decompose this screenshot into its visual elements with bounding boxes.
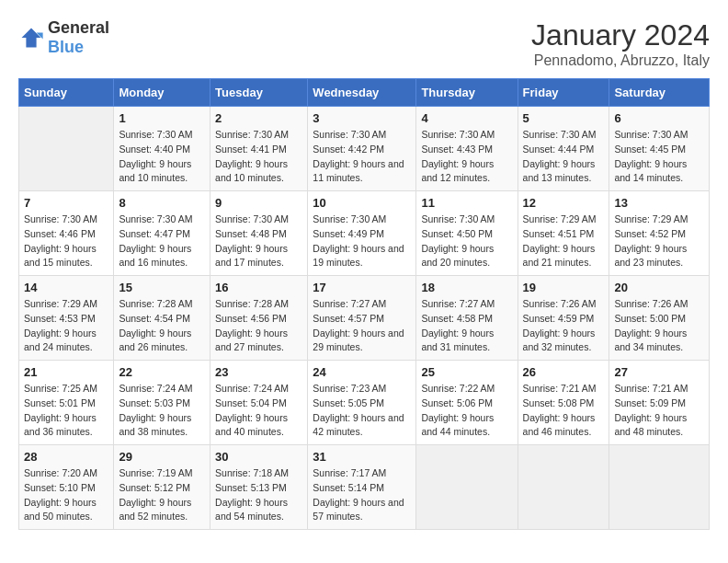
day-info: Sunrise: 7:29 AMSunset: 4:52 PMDaylight:… bbox=[614, 213, 704, 270]
day-info: Sunrise: 7:24 AMSunset: 5:03 PMDaylight:… bbox=[119, 382, 205, 440]
day-number: 2 bbox=[215, 111, 302, 125]
day-number: 3 bbox=[313, 111, 411, 125]
day-number: 24 bbox=[313, 365, 411, 379]
day-info: Sunrise: 7:28 AMSunset: 4:54 PMDaylight:… bbox=[119, 297, 205, 355]
calendar-cell: 26Sunrise: 7:21 AMSunset: 5:08 PMDayligh… bbox=[518, 361, 609, 445]
day-number: 29 bbox=[119, 450, 205, 464]
calendar-cell: 1Sunrise: 7:30 AMSunset: 4:40 PMDaylight… bbox=[114, 107, 210, 191]
day-info: Sunrise: 7:29 AMSunset: 4:51 PMDaylight:… bbox=[523, 213, 605, 270]
day-info: Sunrise: 7:30 AMSunset: 4:40 PMDaylight:… bbox=[119, 128, 205, 186]
calendar-cell: 11Sunrise: 7:30 AMSunset: 4:50 PMDayligh… bbox=[416, 191, 518, 276]
calendar-cell: 8Sunrise: 7:30 AMSunset: 4:47 PMDaylight… bbox=[114, 191, 210, 276]
page-header: General Blue January 2024 Pennadomo, Abr… bbox=[18, 18, 710, 69]
calendar-title: January 2024 bbox=[531, 18, 710, 52]
day-number: 21 bbox=[24, 365, 108, 379]
calendar-cell: 7Sunrise: 7:30 AMSunset: 4:46 PMDaylight… bbox=[19, 191, 114, 276]
calendar-cell: 25Sunrise: 7:22 AMSunset: 5:06 PMDayligh… bbox=[416, 361, 518, 445]
day-info: Sunrise: 7:30 AMSunset: 4:44 PMDaylight:… bbox=[523, 128, 605, 186]
calendar-cell bbox=[518, 445, 609, 530]
day-number: 14 bbox=[24, 281, 108, 294]
calendar-cell: 19Sunrise: 7:26 AMSunset: 4:59 PMDayligh… bbox=[518, 276, 609, 361]
day-info: Sunrise: 7:26 AMSunset: 4:59 PMDaylight:… bbox=[523, 297, 605, 355]
day-number: 10 bbox=[313, 196, 411, 210]
calendar-week-row: 28Sunrise: 7:20 AMSunset: 5:10 PMDayligh… bbox=[19, 445, 710, 530]
day-number: 4 bbox=[421, 111, 512, 125]
day-info: Sunrise: 7:20 AMSunset: 5:10 PMDaylight:… bbox=[24, 466, 108, 524]
day-info: Sunrise: 7:28 AMSunset: 4:56 PMDaylight:… bbox=[215, 297, 302, 355]
day-number: 23 bbox=[215, 365, 302, 379]
calendar-week-row: 21Sunrise: 7:25 AMSunset: 5:01 PMDayligh… bbox=[19, 361, 710, 445]
day-number: 13 bbox=[614, 196, 704, 210]
weekday-header: Sunday bbox=[19, 79, 114, 107]
day-number: 9 bbox=[215, 196, 302, 210]
title-block: January 2024 Pennadomo, Abruzzo, Italy bbox=[531, 18, 710, 69]
weekday-header: Friday bbox=[518, 79, 609, 107]
calendar-cell: 20Sunrise: 7:26 AMSunset: 5:00 PMDayligh… bbox=[609, 276, 710, 361]
day-info: Sunrise: 7:30 AMSunset: 4:46 PMDaylight:… bbox=[24, 213, 108, 270]
calendar-cell: 30Sunrise: 7:18 AMSunset: 5:13 PMDayligh… bbox=[210, 445, 308, 530]
day-info: Sunrise: 7:22 AMSunset: 5:06 PMDaylight:… bbox=[421, 382, 512, 440]
day-number: 31 bbox=[313, 450, 411, 464]
day-info: Sunrise: 7:30 AMSunset: 4:50 PMDaylight:… bbox=[421, 213, 512, 270]
day-number: 26 bbox=[523, 365, 605, 379]
day-number: 12 bbox=[523, 196, 605, 210]
calendar-cell: 22Sunrise: 7:24 AMSunset: 5:03 PMDayligh… bbox=[114, 361, 210, 445]
calendar-cell: 17Sunrise: 7:27 AMSunset: 4:57 PMDayligh… bbox=[308, 276, 416, 361]
calendar-cell: 21Sunrise: 7:25 AMSunset: 5:01 PMDayligh… bbox=[19, 361, 114, 445]
day-info: Sunrise: 7:29 AMSunset: 4:53 PMDaylight:… bbox=[24, 297, 108, 355]
weekday-header-row: SundayMondayTuesdayWednesdayThursdayFrid… bbox=[19, 79, 710, 107]
day-number: 19 bbox=[523, 281, 605, 294]
day-info: Sunrise: 7:26 AMSunset: 5:00 PMDaylight:… bbox=[614, 297, 704, 355]
weekday-header: Wednesday bbox=[308, 79, 416, 107]
logo-blue: Blue bbox=[48, 38, 84, 56]
day-number: 8 bbox=[119, 196, 205, 210]
day-number: 27 bbox=[614, 365, 704, 379]
day-info: Sunrise: 7:24 AMSunset: 5:04 PMDaylight:… bbox=[215, 382, 302, 440]
weekday-header: Saturday bbox=[609, 79, 710, 107]
day-info: Sunrise: 7:30 AMSunset: 4:49 PMDaylight:… bbox=[313, 213, 411, 270]
day-info: Sunrise: 7:18 AMSunset: 5:13 PMDaylight:… bbox=[215, 466, 302, 524]
calendar-cell: 10Sunrise: 7:30 AMSunset: 4:49 PMDayligh… bbox=[308, 191, 416, 276]
day-info: Sunrise: 7:19 AMSunset: 5:12 PMDaylight:… bbox=[119, 466, 205, 524]
calendar-table: SundayMondayTuesdayWednesdayThursdayFrid… bbox=[18, 78, 710, 530]
weekday-header: Monday bbox=[114, 79, 210, 107]
day-info: Sunrise: 7:30 AMSunset: 4:41 PMDaylight:… bbox=[215, 128, 302, 186]
logo-text: General Blue bbox=[48, 18, 109, 57]
calendar-cell: 24Sunrise: 7:23 AMSunset: 5:05 PMDayligh… bbox=[308, 361, 416, 445]
day-info: Sunrise: 7:25 AMSunset: 5:01 PMDaylight:… bbox=[24, 382, 108, 440]
day-info: Sunrise: 7:27 AMSunset: 4:58 PMDaylight:… bbox=[421, 297, 512, 355]
day-info: Sunrise: 7:23 AMSunset: 5:05 PMDaylight:… bbox=[313, 382, 411, 440]
calendar-cell: 15Sunrise: 7:28 AMSunset: 4:54 PMDayligh… bbox=[114, 276, 210, 361]
day-number: 30 bbox=[215, 450, 302, 464]
calendar-cell: 2Sunrise: 7:30 AMSunset: 4:41 PMDaylight… bbox=[210, 107, 308, 191]
day-info: Sunrise: 7:30 AMSunset: 4:45 PMDaylight:… bbox=[614, 128, 704, 186]
day-number: 25 bbox=[421, 365, 512, 379]
calendar-cell: 29Sunrise: 7:19 AMSunset: 5:12 PMDayligh… bbox=[114, 445, 210, 530]
calendar-week-row: 7Sunrise: 7:30 AMSunset: 4:46 PMDaylight… bbox=[19, 191, 710, 276]
calendar-cell: 27Sunrise: 7:21 AMSunset: 5:09 PMDayligh… bbox=[609, 361, 710, 445]
calendar-cell: 31Sunrise: 7:17 AMSunset: 5:14 PMDayligh… bbox=[308, 445, 416, 530]
calendar-cell: 28Sunrise: 7:20 AMSunset: 5:10 PMDayligh… bbox=[19, 445, 114, 530]
weekday-header: Thursday bbox=[416, 79, 518, 107]
day-number: 17 bbox=[313, 281, 411, 294]
logo: General Blue bbox=[18, 18, 109, 57]
day-number: 22 bbox=[119, 365, 205, 379]
calendar-subtitle: Pennadomo, Abruzzo, Italy bbox=[531, 52, 710, 69]
svg-marker-0 bbox=[22, 29, 41, 48]
day-info: Sunrise: 7:30 AMSunset: 4:42 PMDaylight:… bbox=[313, 128, 411, 186]
calendar-cell: 18Sunrise: 7:27 AMSunset: 4:58 PMDayligh… bbox=[416, 276, 518, 361]
calendar-cell: 23Sunrise: 7:24 AMSunset: 5:04 PMDayligh… bbox=[210, 361, 308, 445]
calendar-cell: 4Sunrise: 7:30 AMSunset: 4:43 PMDaylight… bbox=[416, 107, 518, 191]
day-info: Sunrise: 7:17 AMSunset: 5:14 PMDaylight:… bbox=[313, 466, 411, 524]
day-number: 16 bbox=[215, 281, 302, 294]
calendar-cell: 5Sunrise: 7:30 AMSunset: 4:44 PMDaylight… bbox=[518, 107, 609, 191]
calendar-cell: 16Sunrise: 7:28 AMSunset: 4:56 PMDayligh… bbox=[210, 276, 308, 361]
weekday-header: Tuesday bbox=[210, 79, 308, 107]
day-info: Sunrise: 7:30 AMSunset: 4:47 PMDaylight:… bbox=[119, 213, 205, 270]
day-number: 5 bbox=[523, 111, 605, 125]
logo-icon bbox=[18, 25, 44, 51]
calendar-cell: 12Sunrise: 7:29 AMSunset: 4:51 PMDayligh… bbox=[518, 191, 609, 276]
day-number: 28 bbox=[24, 450, 108, 464]
calendar-cell bbox=[416, 445, 518, 530]
day-number: 18 bbox=[421, 281, 512, 294]
